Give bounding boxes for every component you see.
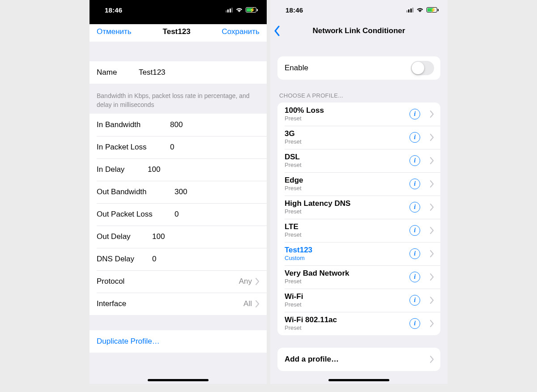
in-packet-loss-row[interactable]: In Packet Loss 0 xyxy=(90,136,267,158)
out-delay-row[interactable]: Out Delay 100 xyxy=(90,226,267,248)
name-field[interactable]: Test123 xyxy=(139,68,166,77)
page-title: Network Link Conditioner xyxy=(313,26,405,35)
save-button[interactable]: Сохранить xyxy=(222,27,260,36)
profile-row[interactable]: DSLPreseti xyxy=(277,149,440,172)
sheet-title: Test123 xyxy=(163,27,191,36)
out-bandwidth-row[interactable]: Out Bandwidth 300 xyxy=(90,181,267,203)
cancel-button[interactable]: Отменить xyxy=(97,27,132,36)
protocol-label: Protocol xyxy=(97,277,164,286)
profile-row[interactable]: 100% LossPreseti xyxy=(277,102,440,126)
sheet-navbar: Отменить Test123 Сохранить xyxy=(90,21,267,42)
profile-subtitle: Preset xyxy=(285,162,302,169)
section-note: Bandwidth in Kbps, packet loss rate in p… xyxy=(90,84,267,114)
interface-label: Interface xyxy=(97,299,164,308)
profile-subtitle: Preset xyxy=(285,115,324,122)
status-time: 18:46 xyxy=(286,6,303,14)
enable-toggle[interactable] xyxy=(411,61,434,75)
home-indicator[interactable] xyxy=(328,379,389,381)
add-profile-label: Add a profile… xyxy=(285,355,339,364)
profile-row[interactable]: High Latency DNSPreseti xyxy=(277,196,440,219)
add-profile-button[interactable]: Add a profile… xyxy=(277,348,440,371)
chevron-right-icon xyxy=(430,157,434,164)
name-row[interactable]: Name Test123 xyxy=(90,61,267,84)
status-icons: ⚡ xyxy=(226,7,258,13)
dns-delay-label: DNS Delay xyxy=(97,255,146,264)
duplicate-profile-label: Duplicate Profile… xyxy=(97,337,160,346)
chevron-right-icon xyxy=(430,180,434,187)
out-packet-loss-field[interactable]: 0 xyxy=(175,210,179,219)
home-indicator[interactable] xyxy=(148,379,209,381)
in-packet-loss-field[interactable]: 0 xyxy=(170,143,174,152)
profile-row[interactable]: Wi-Fi 802.11acPreseti xyxy=(277,312,440,335)
navbar: Network Link Conditioner xyxy=(270,20,448,42)
out-delay-field[interactable]: 100 xyxy=(152,232,165,241)
chevron-right-icon xyxy=(430,227,434,234)
profile-name: Wi-Fi 802.11ac xyxy=(285,315,337,324)
chevron-right-icon xyxy=(256,300,260,307)
info-icon[interactable]: i xyxy=(409,295,420,306)
out-bandwidth-field[interactable]: 300 xyxy=(175,187,187,196)
dns-delay-field[interactable]: 0 xyxy=(152,255,156,264)
profile-name: 100% Loss xyxy=(285,106,324,115)
in-delay-label: In Delay xyxy=(97,165,141,174)
info-icon[interactable]: i xyxy=(409,132,420,143)
profile-name: Wi-Fi xyxy=(285,292,303,301)
info-icon[interactable]: i xyxy=(409,202,420,213)
info-icon[interactable]: i xyxy=(409,179,420,189)
chevron-right-icon xyxy=(430,320,434,327)
chevron-right-icon xyxy=(430,111,434,118)
profile-subtitle: Preset xyxy=(285,185,303,192)
profile-subtitle: Preset xyxy=(285,324,337,332)
in-delay-field[interactable]: 100 xyxy=(148,165,160,174)
profiles-list: 100% LossPreseti3GPresetiDSLPresetiEdgeP… xyxy=(277,102,440,335)
out-bandwidth-label: Out Bandwidth xyxy=(97,187,168,196)
in-delay-row[interactable]: In Delay 100 xyxy=(90,158,267,181)
chevron-right-icon xyxy=(256,278,260,285)
cellular-icon xyxy=(226,8,233,13)
status-time: 18:46 xyxy=(105,6,122,14)
profile-row[interactable]: Very Bad NetworkPreseti xyxy=(277,265,440,289)
info-icon[interactable]: i xyxy=(409,155,420,166)
in-bandwidth-row[interactable]: In Bandwidth 800 xyxy=(90,114,267,136)
profile-subtitle: Preset xyxy=(285,208,350,215)
chevron-right-icon xyxy=(430,273,434,281)
phone-nlc-list: 18:46 ⚡ Network Link Conditioner xyxy=(270,0,448,384)
in-bandwidth-field[interactable]: 800 xyxy=(170,120,183,129)
interface-row[interactable]: Interface All xyxy=(90,293,267,315)
profile-row[interactable]: LTEPreseti xyxy=(277,219,440,242)
out-packet-loss-row[interactable]: Out Packet Loss 0 xyxy=(90,203,267,226)
dns-delay-row[interactable]: DNS Delay 0 xyxy=(90,248,267,270)
name-label: Name xyxy=(97,68,132,77)
chevron-right-icon xyxy=(430,204,434,211)
profile-subtitle: Preset xyxy=(285,301,303,308)
profile-row[interactable]: EdgePreseti xyxy=(277,172,440,196)
profile-subtitle: Preset xyxy=(285,138,302,145)
cellular-icon xyxy=(406,8,414,13)
status-bar: 18:46 ⚡ xyxy=(90,0,267,20)
profile-name: 3G xyxy=(285,129,302,138)
in-packet-loss-label: In Packet Loss xyxy=(97,143,164,152)
chevron-right-icon xyxy=(430,297,434,304)
info-icon[interactable]: i xyxy=(409,109,420,119)
protocol-row[interactable]: Protocol Any xyxy=(90,270,267,293)
back-button[interactable] xyxy=(274,20,280,42)
protocol-value: Any xyxy=(239,277,252,286)
profile-row[interactable]: Wi-FiPreseti xyxy=(277,289,440,312)
profile-row[interactable]: 3GPreseti xyxy=(277,126,440,149)
info-icon[interactable]: i xyxy=(409,248,420,259)
status-bar: 18:46 ⚡ xyxy=(270,0,448,20)
profile-subtitle: Preset xyxy=(285,278,349,285)
out-delay-label: Out Delay xyxy=(97,232,146,241)
info-icon[interactable]: i xyxy=(409,225,420,236)
duplicate-profile-button[interactable]: Duplicate Profile… xyxy=(90,330,267,353)
info-icon[interactable]: i xyxy=(409,272,420,282)
battery-icon: ⚡ xyxy=(246,7,258,13)
wifi-icon xyxy=(235,7,243,13)
in-bandwidth-label: In Bandwidth xyxy=(97,120,164,129)
profile-row[interactable]: Test123Customi xyxy=(277,242,440,265)
profile-subtitle: Preset xyxy=(285,231,302,239)
phone-edit-profile: 18:46 ⚡ Отменить Test123 Сохранить xyxy=(90,0,267,384)
chevron-right-icon xyxy=(430,134,434,141)
enable-row[interactable]: Enable xyxy=(277,56,440,80)
info-icon[interactable]: i xyxy=(409,318,420,329)
